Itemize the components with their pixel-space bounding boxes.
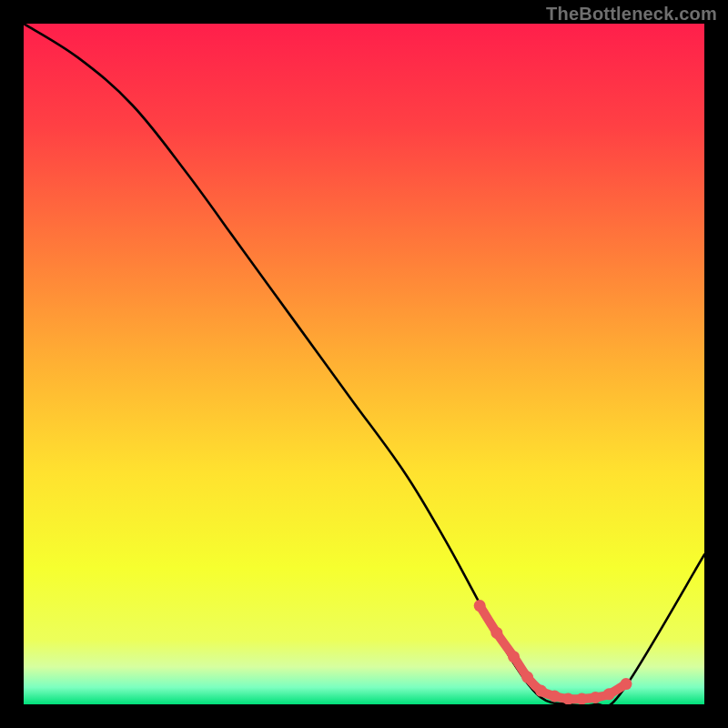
optimal-marker (535, 685, 547, 697)
optimal-marker (562, 693, 574, 704)
optimal-marker (521, 672, 533, 683)
optimal-range-markers (474, 600, 632, 704)
bottleneck-curve (24, 24, 704, 704)
plot-area (24, 24, 704, 704)
optimal-marker (508, 651, 520, 662)
chart-stage: TheBottleneck.com (0, 0, 728, 728)
optimal-range-curve (480, 606, 626, 700)
optimal-marker (549, 691, 561, 703)
curve-layer (24, 24, 704, 704)
optimal-marker (474, 600, 486, 612)
optimal-marker (576, 693, 588, 704)
watermark-text: TheBottleneck.com (546, 4, 717, 25)
optimal-marker (603, 688, 615, 700)
optimal-marker (590, 692, 602, 703)
optimal-marker (620, 678, 632, 690)
optimal-marker (490, 627, 502, 639)
